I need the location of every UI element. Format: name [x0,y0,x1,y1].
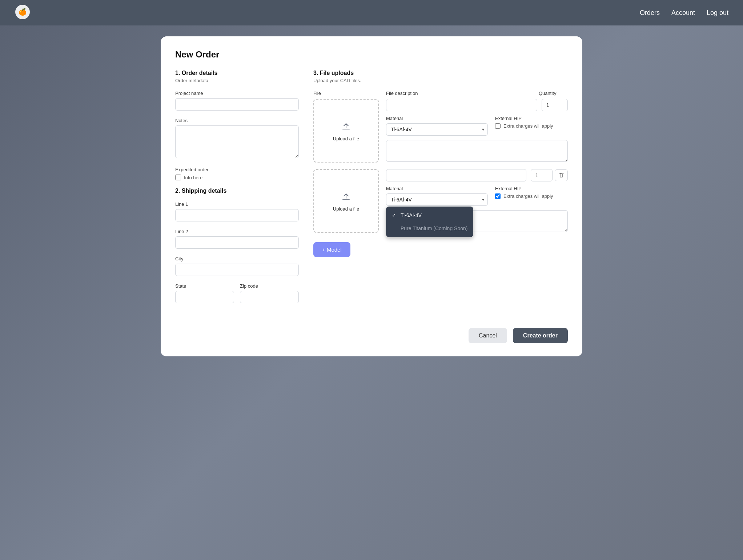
create-order-button[interactable]: Create order [513,328,568,343]
material-hip-row-2: Material Ti-6Al-4V Pure Titanium (Coming… [386,186,568,206]
svg-rect-2 [342,129,350,129]
background-area: New Order 1. Order details Order metadat… [0,25,743,560]
project-name-input[interactable] [175,98,299,111]
file-desc-group-1 [386,99,537,111]
qty-col-header: Quantity [539,91,568,96]
app-header: 🍊 Orders Account Log out [0,0,743,25]
orders-nav-link[interactable]: Orders [640,9,660,17]
material-dropdown-popup: ✓ Ti-6Al-4V Pure Titanium (Coming Soon) [386,207,473,237]
material-select-wrapper-1: Ti-6Al-4V Pure Titanium (Coming Soon) ▾ [386,123,488,136]
material-group-1: Material Ti-6Al-4V Pure Titanium (Coming… [386,116,488,136]
qty-input-2[interactable] [531,169,553,181]
account-nav-link[interactable]: Account [671,9,695,17]
expedited-group: Expedited order Info here [175,167,299,180]
hip-group-1: External HIP Extra charges will apply [495,116,568,129]
file-desc-group-2 [386,169,526,181]
file-desc-input-2[interactable] [386,169,526,181]
left-column: 1. Order details Order metadata Project … [175,70,299,311]
state-input[interactable] [175,291,234,303]
upload-box-1[interactable]: Upload a file [313,99,379,163]
hip-group-2: External HIP Extra charges will apply [495,186,568,199]
right-column: 3. File uploads Upload your CAD files. F… [313,70,568,311]
extra-charges-row-2: Extra charges will apply [495,193,568,199]
city-input[interactable] [175,264,299,276]
section3-title: 3. File uploads [313,70,568,76]
project-name-group: Project name [175,91,299,111]
extra-charges-label-1: Extra charges will apply [503,123,553,129]
main-nav: Orders Account Log out [640,9,728,17]
state-label: State [175,283,234,289]
dropdown-option-pure-titanium: Pure Titanium (Coming Soon) [386,222,473,235]
file-col-headers: File File description Quantity [313,91,568,96]
new-order-modal: New Order 1. Order details Order metadat… [161,36,582,356]
file-details-1: Material Ti-6Al-4V Pure Titanium (Coming… [386,99,568,163]
state-group: State [175,283,234,303]
material-label-2: Material [386,186,488,191]
hip-checkbox-1[interactable] [495,123,501,129]
section1-title: 1. Order details [175,70,299,76]
file-desc-input-1[interactable] [386,99,537,111]
section1-header: 1. Order details Order metadata [175,70,299,83]
extra-charges-row-1: Extra charges will apply [495,123,568,129]
material-group-2: Material Ti-6Al-4V Pure Titanium (Coming… [386,186,488,206]
material-hip-row-1: Material Ti-6Al-4V Pure Titanium (Coming… [386,116,568,136]
zip-input[interactable] [240,291,299,303]
svg-text:🍊: 🍊 [19,8,27,16]
hip-label-1: External HIP [495,116,568,121]
file-details-2: Material Ti-6Al-4V Pure Titanium (Coming… [386,169,568,233]
line1-label: Line 1 [175,201,299,207]
notes-textarea-1[interactable] [175,125,299,158]
file-notes-group-1 [386,140,568,163]
file-row-1: Upload a file [313,99,568,163]
svg-rect-3 [342,199,350,200]
qty-input-1[interactable] [542,99,568,111]
line2-label: Line 2 [175,229,299,234]
file-col-header: File [313,91,379,96]
notes-label-1: Notes [175,118,299,123]
line1-group: Line 1 [175,201,299,221]
material-label-1: Material [386,116,488,121]
qty-group-1 [542,99,568,111]
section1-subtitle: Order metadata [175,78,299,83]
material-select-wrapper-2: Ti-6Al-4V Pure Titanium (Coming Soon) ▾ … [386,193,488,206]
line2-input[interactable] [175,236,299,249]
dropdown-option-ti6al4v-label: Ti-6Al-4V [401,212,422,218]
qty-delete-group-2 [531,169,568,181]
upload-box-2[interactable]: Upload a file [313,169,379,233]
delete-file-button-2[interactable] [555,169,568,181]
zip-label: Zip code [240,283,299,289]
dropdown-option-pure-titanium-label: Pure Titanium (Coming Soon) [401,225,467,231]
logo: 🍊 [15,4,31,21]
city-group: City [175,256,299,276]
section3-header: 3. File uploads Upload your CAD files. [313,70,568,83]
section2-title: 2. Shipping details [175,188,299,194]
upload-label-1: Upload a file [333,136,359,141]
logout-nav-link[interactable]: Log out [707,9,728,17]
file-desc-qty-2 [386,169,568,181]
zip-group: Zip code [240,283,299,303]
dropdown-option-ti6al4v[interactable]: ✓ Ti-6Al-4V [386,209,473,222]
add-model-button[interactable]: + Model [313,242,350,257]
state-zip-row: State Zip code [175,283,299,311]
hip-checkbox-2[interactable] [495,193,501,199]
checkmark-icon: ✓ [392,212,398,218]
modal-title: New Order [175,49,568,60]
expedited-checkbox[interactable] [175,175,181,180]
material-select-1[interactable]: Ti-6Al-4V Pure Titanium (Coming Soon) [386,123,488,136]
expedited-label: Expedited order [175,167,299,172]
section3-subtitle: Upload your CAD files. [313,78,568,83]
line1-input[interactable] [175,209,299,221]
line2-group: Line 2 [175,229,299,249]
hip-label-2: External HIP [495,186,568,191]
material-select-2[interactable]: Ti-6Al-4V Pure Titanium (Coming Soon) [386,193,488,206]
city-label: City [175,256,299,261]
cancel-button[interactable]: Cancel [469,328,507,343]
modal-body: 1. Order details Order metadata Project … [175,70,568,311]
upload-icon-2 [340,190,352,203]
modal-footer: Cancel Create order [175,322,568,343]
file-desc-col-header: File description [386,91,534,96]
expedited-checkbox-row: Info here [175,175,299,180]
file-notes-1[interactable] [386,140,568,162]
file-desc-qty-1 [386,99,568,111]
upload-label-2: Upload a file [333,206,359,212]
